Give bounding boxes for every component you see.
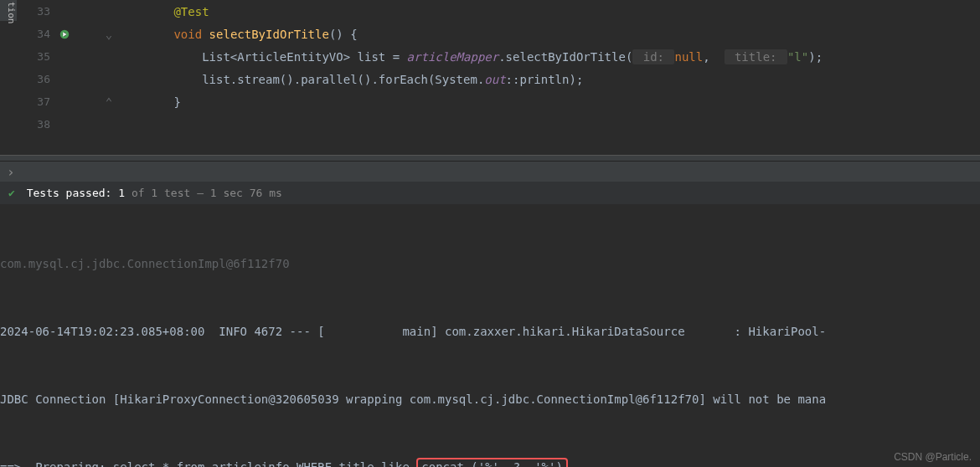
- watermark: CSDN @Particle.: [894, 451, 972, 463]
- tests-passed-label: Tests passed: 1: [27, 187, 125, 199]
- test-status-bar: ✔ Tests passed: 1 of 1 test – 1 sec 76 m…: [0, 182, 980, 204]
- indent: [117, 28, 173, 41]
- line-number: 34: [17, 28, 59, 40]
- code-text: List<ArticleEntityVO> list =: [202, 50, 406, 64]
- code-line: 34 ⌄ void selectByIdOrTitle() {: [17, 23, 980, 45]
- sidebar-tab[interactable]: tion: [0, 0, 17, 21]
- code-line: 35 List<ArticleEntityVO> list = articleM…: [17, 45, 980, 68]
- parameter-hint: title:: [725, 49, 787, 64]
- code-line: 37 ⌃ }: [17, 90, 980, 113]
- test-meta: of 1 test – 1 sec 76 ms: [125, 187, 282, 199]
- line-number: 35: [17, 50, 59, 63]
- highlight-box: concat ('%', ?, '%'): [416, 458, 568, 467]
- panel-divider[interactable]: [0, 155, 980, 162]
- indent: [117, 5, 173, 18]
- console-line: 2024-06-14T19:02:23.085+08:00 INFO 4672 …: [0, 321, 980, 343]
- annotation: @Test: [173, 5, 209, 18]
- string-literal: "l": [787, 50, 808, 64]
- collapse-start-icon[interactable]: ⌄: [101, 28, 117, 41]
- code-line: 36 list.stream().parallel().forEach(Syst…: [17, 68, 980, 90]
- breadcrumb-bar: ›: [0, 162, 980, 182]
- run-test-icon[interactable]: [59, 28, 101, 40]
- collapse-end-icon[interactable]: ⌃: [101, 95, 117, 109]
- method-name: selectByIdOrTitle: [209, 28, 329, 41]
- console-line: com.mysql.cj.jdbc.ConnectionImpl@6f112f7…: [0, 253, 980, 275]
- line-number: 33: [17, 5, 59, 18]
- console-line: ==> Preparing: select * from articleinfo…: [0, 456, 980, 467]
- brace: }: [173, 95, 180, 109]
- check-icon: ✔: [8, 187, 15, 199]
- code-editor[interactable]: 33 @Test 34 ⌄ void selectByIdOrTitle() {…: [0, 0, 980, 155]
- keyword-void: void: [173, 28, 202, 41]
- line-number: 36: [17, 73, 59, 85]
- indent: [117, 73, 202, 86]
- parameter-hint: id:: [632, 49, 674, 64]
- console-line: JDBC Connection [HikariProxyConnection@3…: [0, 388, 980, 411]
- null-literal: null: [674, 50, 703, 64]
- code-text: list.stream().parallel().forEach(System.: [202, 73, 484, 86]
- code-text: ::println);: [506, 73, 584, 86]
- code-text: .selectByIdOrTitle(: [498, 50, 632, 64]
- code-line: 38: [17, 113, 980, 136]
- indent: [117, 50, 202, 64]
- console-output[interactable]: com.mysql.cj.jdbc.ConnectionImpl@6f112f7…: [0, 204, 980, 467]
- indent: [117, 95, 173, 109]
- line-number: 38: [17, 118, 59, 131]
- field-ref: articleMapper: [407, 50, 499, 64]
- code-line: 33 @Test: [17, 0, 980, 23]
- code-text: ,: [703, 50, 717, 64]
- code-text: );: [808, 50, 823, 64]
- line-number: 37: [17, 95, 59, 108]
- syntax: () {: [329, 28, 358, 41]
- static-field: out: [484, 73, 505, 86]
- chevron-right-icon[interactable]: ›: [7, 164, 15, 180]
